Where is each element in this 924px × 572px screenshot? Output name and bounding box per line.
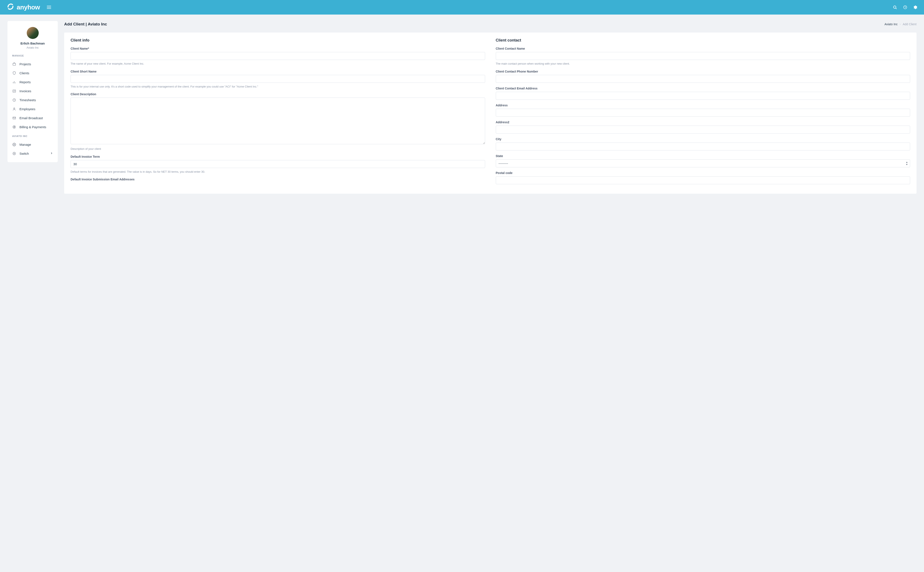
input-default-invoice-term[interactable]: [71, 160, 485, 168]
field-contact-phone: Client Contact Phone Number: [496, 70, 910, 83]
section-title-client-info: Client info: [71, 38, 485, 43]
form-card: Client info Client Name* The name of you…: [64, 33, 916, 194]
breadcrumb-parent[interactable]: Aviato Inc: [884, 22, 898, 26]
input-client-description[interactable]: [71, 98, 485, 144]
shield-icon: [12, 71, 16, 75]
sidebar-item-manage[interactable]: Manage: [12, 140, 53, 149]
help-client-name: The name of your new client. For example…: [71, 62, 485, 66]
menu-toggle-button[interactable]: [47, 5, 51, 10]
sidebar-item-label: Reports: [19, 80, 31, 84]
label-default-invoice-emails: Default Invoice Submission Email Address…: [71, 177, 485, 181]
search-button[interactable]: [893, 5, 897, 9]
field-client-short-name: Client Short Name This is for your inter…: [71, 70, 485, 89]
app-header: anyhow: [0, 0, 924, 14]
field-postal-code: Postal code: [496, 171, 910, 184]
svg-rect-6: [13, 63, 16, 65]
history-button[interactable]: [903, 5, 907, 9]
label-contact-name: Client Contact Name: [496, 47, 910, 50]
input-contact-phone[interactable]: [496, 75, 910, 83]
trending-icon: [12, 89, 16, 93]
field-client-name: Client Name* The name of your new client…: [71, 47, 485, 66]
nav-heading-org: AVIATO INC: [12, 135, 53, 137]
brand-name: anyhow: [17, 4, 40, 11]
label-postal-code: Postal code: [496, 171, 910, 175]
header-right: [893, 5, 918, 9]
content: Add Client | Aviato Inc Aviato Inc › Add…: [64, 21, 916, 194]
sidebar-item-projects[interactable]: Projects: [12, 59, 53, 68]
user-icon: [12, 107, 16, 111]
sidebar-item-label: Projects: [19, 62, 31, 66]
sidebar-item-label: Billing & Payments: [19, 125, 46, 129]
settings-button[interactable]: [913, 5, 918, 9]
input-city[interactable]: [496, 143, 910, 151]
breadcrumb: Aviato Inc › Add Client: [884, 22, 916, 26]
field-city: City: [496, 137, 910, 151]
help-contact-name: The main contact person when working wit…: [496, 62, 910, 66]
input-client-name[interactable]: [71, 52, 485, 60]
avatar[interactable]: [27, 27, 39, 39]
svg-point-15: [14, 144, 14, 145]
sidebar-item-clients[interactable]: Clients: [12, 68, 53, 78]
input-postal-code[interactable]: [496, 176, 910, 184]
label-contact-email: Client Contact Email Address: [496, 87, 910, 90]
sidebar-item-billing[interactable]: Billing & Payments: [12, 123, 53, 131]
chart-icon: [12, 80, 16, 84]
sidebar-item-label: Invoices: [19, 89, 31, 93]
briefcase-icon: [12, 62, 16, 66]
input-client-short-name[interactable]: [71, 75, 485, 83]
svg-point-17: [14, 153, 14, 154]
section-title-client-contact: Client contact: [496, 38, 910, 43]
label-address: Address: [496, 104, 910, 107]
input-contact-email[interactable]: [496, 92, 910, 100]
header-left: anyhow: [6, 3, 51, 12]
label-state: State: [496, 154, 910, 158]
chevron-right-icon: [50, 152, 53, 155]
sidebar-item-reports[interactable]: Reports: [12, 78, 53, 87]
clock-icon: [12, 98, 16, 102]
svg-point-12: [14, 108, 15, 109]
svg-line-4: [896, 8, 896, 9]
sidebar-item-timesheets[interactable]: Timesheets: [12, 95, 53, 104]
sidebar-item-label: Clients: [19, 71, 29, 75]
input-address[interactable]: [496, 109, 910, 117]
label-client-description: Client Description: [71, 92, 485, 96]
nav-section-manage: MANAGE Projects Clients Reports: [8, 54, 58, 158]
label-client-name: Client Name*: [71, 47, 485, 50]
field-contact-name: Client Contact Name The main contact per…: [496, 47, 910, 66]
field-default-invoice-emails: Default Invoice Submission Email Address…: [71, 177, 485, 181]
select-state[interactable]: ---------: [496, 159, 910, 167]
field-address2: Address2: [496, 120, 910, 134]
sidebar-item-email-broadcast[interactable]: Email Broadcast: [12, 113, 53, 123]
sidebar-item-employees[interactable]: Employees: [12, 104, 53, 113]
label-contact-phone: Client Contact Phone Number: [496, 70, 910, 73]
dollar-icon: [12, 125, 16, 129]
main-container: Erlich Bachman Aviato Inc MANAGE Project…: [0, 14, 924, 200]
field-address: Address: [496, 104, 910, 117]
sidebar-item-invoices[interactable]: Invoices: [12, 87, 53, 95]
gear-icon: [12, 143, 16, 146]
sidebar: Erlich Bachman Aviato Inc MANAGE Project…: [8, 21, 58, 162]
svg-point-16: [13, 152, 16, 155]
page-title: Add Client | Aviato Inc: [64, 22, 107, 26]
breadcrumb-current: Add Client: [902, 22, 916, 26]
logo-icon: [6, 3, 14, 12]
label-address2: Address2: [496, 120, 910, 124]
input-address2[interactable]: [496, 126, 910, 134]
sidebar-item-label: Timesheets: [19, 98, 36, 102]
sidebar-item-label: Email Broadcast: [19, 116, 43, 120]
chevron-right-icon: ›: [900, 23, 901, 26]
help-client-description: Description of your client: [71, 147, 485, 151]
input-contact-name[interactable]: [496, 52, 910, 60]
app-logo[interactable]: anyhow: [6, 3, 40, 12]
sidebar-item-label: Manage: [19, 143, 31, 146]
label-default-invoice-term: Default Invoice Term: [71, 155, 485, 159]
page-header: Add Client | Aviato Inc Aviato Inc › Add…: [64, 21, 916, 27]
nav-heading-manage: MANAGE: [12, 54, 53, 57]
help-default-invoice-term: Default terms for invoices that are gene…: [71, 170, 485, 174]
field-state: State --------- ▴▾: [496, 154, 910, 167]
user-name: Erlich Bachman: [8, 42, 58, 45]
mail-icon: [12, 116, 16, 120]
sidebar-item-label: Employees: [19, 107, 35, 111]
field-client-description: Client Description Description of your c…: [71, 92, 485, 151]
sidebar-item-switch[interactable]: Switch: [12, 149, 53, 158]
